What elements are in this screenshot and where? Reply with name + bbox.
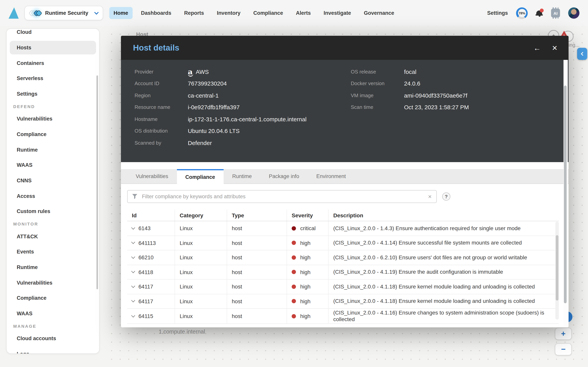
back-arrow-icon[interactable]: ← bbox=[533, 44, 541, 51]
sidebar-item-label: Access bbox=[17, 193, 35, 199]
zoom-out-button[interactable]: − bbox=[555, 343, 572, 355]
cell-type: host bbox=[227, 236, 287, 250]
nav-item-dashboards[interactable]: Dashboards bbox=[137, 7, 176, 19]
cell-category: Linux bbox=[175, 280, 227, 294]
sidebar-item-label: Vulnerabilities bbox=[17, 116, 52, 122]
sidebar-item-access[interactable]: Access bbox=[7, 188, 99, 204]
product-diamonds-icon bbox=[30, 11, 41, 15]
cell-type: host bbox=[227, 221, 287, 235]
cell-description: (CIS_Linux_2.0.0 - 4.1.14) Ensure succes… bbox=[328, 236, 559, 250]
nav-item-inventory[interactable]: Inventory bbox=[212, 7, 245, 19]
sidebar-item-containers[interactable]: Containers bbox=[7, 55, 99, 71]
tab-runtime[interactable]: Runtime bbox=[224, 169, 260, 184]
sidebar-item-logs[interactable]: Logs bbox=[7, 346, 99, 354]
filter-funnel-icon bbox=[132, 194, 137, 199]
sidebar-item-hosts[interactable]: Hosts bbox=[7, 40, 99, 55]
row-id: 66210 bbox=[138, 254, 154, 261]
field-row-hostname: Hostnameip-172-31-1-176.ca-central-1.com… bbox=[134, 113, 306, 125]
sidebar-item-att-ck[interactable]: ATT&CK bbox=[7, 229, 99, 244]
sidebar-item-runtime[interactable]: Runtime bbox=[7, 142, 99, 158]
row-expand-chevron-icon[interactable] bbox=[131, 226, 135, 230]
chevron-left-icon bbox=[581, 52, 585, 56]
table-scrollbar-track[interactable] bbox=[555, 222, 559, 320]
field-row-scan-time: Scan timeOct 23, 2023 1:58:27 PM bbox=[351, 101, 469, 113]
progress-ring-value: 78% bbox=[518, 9, 526, 17]
row-expand-chevron-icon[interactable] bbox=[131, 269, 135, 273]
compliance-filter-input[interactable] bbox=[141, 193, 424, 200]
row-expand-chevron-icon[interactable] bbox=[131, 299, 135, 302]
nav-item-compliance[interactable]: Compliance bbox=[249, 7, 287, 19]
nav-item-reports[interactable]: Reports bbox=[180, 7, 208, 19]
background-hostname-fragment: 1.compute.internal bbox=[159, 328, 205, 335]
sidebar-item-settings[interactable]: Settings bbox=[7, 86, 99, 102]
sidebar-item-events[interactable]: Events bbox=[7, 244, 99, 259]
sidebar-item-compliance[interactable]: Compliance bbox=[7, 126, 99, 142]
row-expand-chevron-icon[interactable] bbox=[131, 240, 135, 244]
prisma-cloud-logo-icon[interactable] bbox=[8, 7, 19, 19]
close-icon[interactable]: × bbox=[552, 43, 557, 52]
zoom-in-button[interactable]: + bbox=[555, 328, 572, 340]
cell-id: 641113 bbox=[127, 236, 175, 250]
settings-link[interactable]: Settings bbox=[487, 10, 508, 16]
clear-filter-icon[interactable]: × bbox=[428, 193, 432, 200]
cell-id: 64118 bbox=[127, 265, 175, 279]
nav-item-investigate[interactable]: Investigate bbox=[319, 7, 355, 19]
table-scrollbar-thumb[interactable] bbox=[556, 235, 558, 300]
sidebar-item-runtime[interactable]: Runtime bbox=[7, 259, 99, 275]
notifications-bell-icon[interactable] bbox=[536, 9, 543, 17]
sidebar-item-vulnerabilities[interactable]: Vulnerabilities bbox=[7, 275, 99, 290]
column-header-severity: Severity bbox=[287, 209, 328, 221]
field-row-docker-version: Docker version24.0.6 bbox=[351, 78, 469, 89]
tab-environment[interactable]: Environment bbox=[308, 169, 354, 184]
progress-ring[interactable]: 78% bbox=[516, 7, 528, 19]
sidebar-item-label: CNNS bbox=[17, 178, 32, 184]
sidebar-item-label: ATT&CK bbox=[17, 234, 38, 239]
host-summary-panel: ProvideraAWSAccount ID767399230204Region… bbox=[121, 60, 569, 162]
row-expand-chevron-icon[interactable] bbox=[131, 284, 135, 288]
modal-scrollbar-thumb[interactable] bbox=[564, 85, 566, 303]
cell-category: Linux bbox=[175, 309, 227, 324]
help-button[interactable]: ? bbox=[442, 192, 450, 200]
field-row-os-distribution: OS distributionUbuntu 20.04.6 LTS bbox=[134, 125, 306, 137]
aws-logo-icon: a bbox=[188, 69, 193, 75]
modal-scrollbar-track[interactable] bbox=[563, 60, 568, 327]
cell-severity: high bbox=[287, 294, 328, 308]
tab-package-info[interactable]: Package info bbox=[260, 169, 308, 184]
collapse-panel-button[interactable] bbox=[577, 48, 587, 60]
nav-item-home[interactable]: Home bbox=[109, 7, 132, 19]
row-expand-chevron-icon[interactable] bbox=[131, 255, 135, 259]
cell-category: Linux bbox=[175, 236, 227, 250]
sidebar-item-vulnerabilities[interactable]: Vulnerabilities bbox=[7, 111, 99, 126]
sidebar-section-monitor: MONITOR bbox=[7, 219, 99, 229]
field-row-region: Regionca-central-1 bbox=[134, 89, 306, 101]
sidebar-item-cloud[interactable]: Cloud bbox=[7, 28, 99, 40]
sidebar-item-cloud-accounts[interactable]: Cloud accounts bbox=[7, 331, 99, 346]
sidebar-item-serverless[interactable]: Serverless bbox=[7, 71, 99, 86]
tab-compliance[interactable]: Compliance bbox=[177, 169, 224, 184]
sidebar-scrollbar[interactable] bbox=[96, 75, 98, 289]
sidebar-item-waas[interactable]: WAAS bbox=[7, 306, 99, 321]
nav-item-alerts[interactable]: Alerts bbox=[292, 7, 315, 19]
table-row: 6143Linuxhostcritical(CIS_Linux_2.0.0 - … bbox=[127, 221, 559, 236]
tab-vulnerabilities[interactable]: Vulnerabilities bbox=[127, 169, 177, 184]
sidebar-item-cnns[interactable]: CNNS bbox=[7, 173, 99, 188]
user-avatar[interactable] bbox=[568, 7, 580, 19]
row-id: 6143 bbox=[138, 225, 151, 232]
sidebar-item-waas[interactable]: WAAS bbox=[7, 158, 99, 173]
sidebar-item-compliance[interactable]: Compliance bbox=[7, 290, 99, 306]
sidebar-section-defend: DEFEND bbox=[7, 102, 99, 111]
table-header-row: IdCategoryTypeSeverityDescription bbox=[127, 209, 559, 221]
sidebar-item-label: Runtime bbox=[17, 264, 38, 270]
sidebar-item-custom-rules[interactable]: Custom rules bbox=[7, 204, 99, 219]
row-id: 641113 bbox=[138, 240, 156, 246]
sidebar-item-label: WAAS bbox=[17, 311, 33, 317]
sidebar-item-label: Custom rules bbox=[17, 209, 50, 214]
filter-bar: × bbox=[127, 190, 437, 203]
product-switcher-dropdown[interactable]: Runtime Security bbox=[25, 6, 103, 20]
modal-title: Host details bbox=[133, 43, 179, 52]
nav-item-governance[interactable]: Governance bbox=[360, 7, 398, 19]
ai-assistant-icon[interactable]: AI bbox=[551, 8, 560, 17]
field-label: Provider bbox=[134, 69, 188, 75]
row-expand-chevron-icon[interactable] bbox=[131, 313, 135, 317]
sidebar-item-label: Cloud accounts bbox=[17, 335, 56, 341]
